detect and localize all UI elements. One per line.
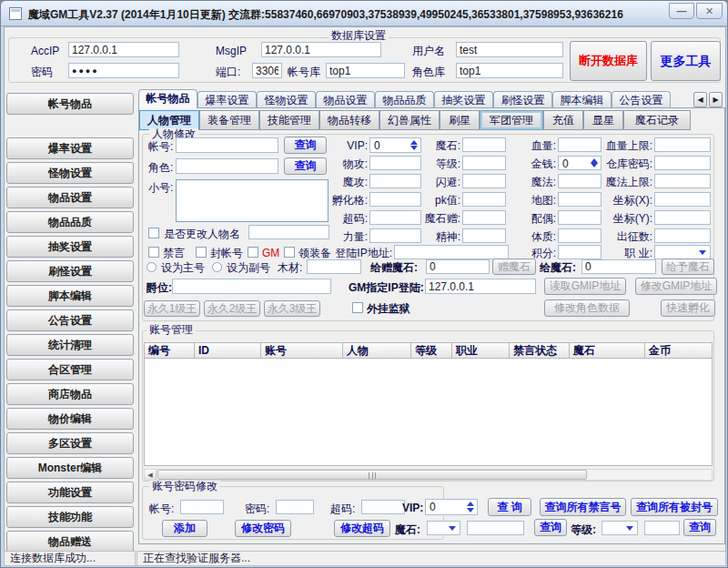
- tab-monster[interactable]: 怪物设置: [257, 91, 316, 108]
- sidebar-item-script[interactable]: 脚本编辑: [6, 285, 134, 307]
- tab-account-items[interactable]: 帐号物品: [138, 89, 197, 108]
- alt-textarea[interactable]: [176, 179, 329, 222]
- rename-checkbox[interactable]: [148, 228, 159, 238]
- level-filter-input[interactable]: [644, 521, 680, 535]
- col-ms[interactable]: 魔石: [570, 342, 645, 359]
- sidebar-item-skills[interactable]: 技能功能: [6, 506, 134, 528]
- tab-script[interactable]: 脚本编辑: [552, 91, 612, 108]
- sidebar-item-functions[interactable]: 功能设置: [6, 482, 134, 503]
- dodge-input[interactable]: [462, 174, 506, 188]
- tab2-equip-mgmt[interactable]: 装备管理: [199, 110, 259, 130]
- disconnect-db-button[interactable]: 断开数据库: [570, 41, 647, 81]
- grant-ms-button[interactable]: 给予魔石: [662, 259, 714, 275]
- level-query-button[interactable]: 查询: [683, 519, 716, 536]
- tab-spawn[interactable]: 刷怪设置: [493, 91, 552, 108]
- sidebar-item-price[interactable]: 物价编辑: [6, 408, 134, 430]
- spin-down-icon[interactable]: [467, 508, 474, 512]
- ms-filter-input[interactable]: [467, 521, 524, 535]
- col-account[interactable]: 账号: [261, 342, 343, 359]
- account-input[interactable]: [176, 137, 278, 153]
- account-db-input[interactable]: [326, 63, 405, 78]
- mute-checkbox[interactable]: [148, 247, 159, 258]
- pk-input[interactable]: [462, 192, 506, 207]
- tab2-recharge[interactable]: 充值: [543, 110, 583, 130]
- scroll-left-icon[interactable]: ◀: [145, 470, 157, 480]
- minimize-button[interactable]: —: [669, 3, 694, 19]
- tab-scroll-left-icon[interactable]: ◀: [693, 92, 707, 107]
- col-character[interactable]: 人物: [343, 342, 411, 359]
- query-all-banned-button[interactable]: 查询所有被封号: [631, 498, 718, 516]
- rank-input[interactable]: [172, 279, 331, 294]
- level-filter-dropdown[interactable]: [602, 521, 638, 535]
- col-level[interactable]: 等级: [411, 342, 452, 359]
- ban-checkbox[interactable]: [196, 247, 207, 258]
- level-input[interactable]: [462, 156, 506, 170]
- tab-droprate[interactable]: 爆率设置: [197, 91, 257, 108]
- spirit-input[interactable]: [462, 228, 506, 243]
- sidebar-item-shop[interactable]: 商店物品: [6, 383, 134, 405]
- role-db-input[interactable]: [456, 63, 563, 78]
- pwd-password-input[interactable]: [276, 500, 314, 514]
- mp-max-input[interactable]: [654, 174, 711, 188]
- sidebar-item-announce[interactable]: 公告设置: [6, 309, 134, 331]
- bottom-vip-spinner[interactable]: 0: [425, 499, 478, 515]
- tab-lottery[interactable]: 抽奖设置: [434, 91, 493, 108]
- coord-x-input[interactable]: [654, 192, 711, 207]
- tab2-pet-attr[interactable]: 幻兽属性: [379, 110, 440, 130]
- tab2-item-transfer[interactable]: 物品转移: [319, 110, 379, 130]
- username-input[interactable]: [456, 42, 563, 57]
- tab2-ms-record[interactable]: 魔石记录: [623, 110, 691, 130]
- login-ip-input[interactable]: [394, 245, 509, 259]
- hp-max-input[interactable]: [654, 137, 711, 152]
- col-id[interactable]: ID: [195, 342, 261, 359]
- tab2-show-star[interactable]: 显星: [583, 110, 623, 130]
- coord-y-input[interactable]: [654, 210, 711, 225]
- tab2-skill-mgmt[interactable]: 技能管理: [259, 110, 319, 130]
- role-input[interactable]: [176, 158, 278, 174]
- pwd-account-input[interactable]: [180, 500, 224, 514]
- ms-query-button[interactable]: 查询: [534, 519, 567, 536]
- king2-button[interactable]: 永久2级王: [204, 300, 260, 317]
- gmip-input[interactable]: [425, 279, 536, 294]
- col-job[interactable]: 职业: [452, 342, 510, 359]
- ms-filter-dropdown[interactable]: [427, 521, 460, 535]
- modify-password-button[interactable]: 修改密码: [235, 520, 291, 537]
- tab2-star[interactable]: 刷星: [440, 110, 480, 130]
- tab-item-quality[interactable]: 物品品质: [375, 91, 434, 108]
- set-sub-radio[interactable]: [212, 262, 222, 272]
- close-button[interactable]: ✕: [696, 3, 723, 19]
- hscroll-thumb[interactable]: [157, 470, 587, 480]
- sidebar-item-gift[interactable]: 物品赠送: [6, 531, 134, 553]
- read-gmip-button[interactable]: 读取GMIP地址: [544, 278, 626, 295]
- accip-input[interactable]: [68, 42, 179, 57]
- query-all-muted-button[interactable]: 查询所有禁言号: [540, 498, 626, 516]
- expedition-input[interactable]: [654, 228, 711, 243]
- sidebar-item-merge[interactable]: 合区管理: [6, 359, 134, 380]
- gear-checkbox[interactable]: [284, 247, 295, 258]
- job-dropdown[interactable]: [654, 245, 711, 259]
- give-ms-input[interactable]: [426, 259, 490, 274]
- port-input[interactable]: [252, 63, 282, 78]
- modify-gmip-button[interactable]: 修改GMIP地址: [635, 278, 717, 295]
- sidebar-item-item-settings[interactable]: 物品设置: [6, 187, 134, 208]
- sidebar-item-stats-clean[interactable]: 统计清理: [6, 334, 134, 356]
- pwd-supercode-input[interactable]: [361, 500, 405, 514]
- fast-hatch-button[interactable]: 快速孵化: [661, 299, 715, 317]
- modify-supercode-button[interactable]: 修改超码: [334, 520, 390, 537]
- sidebar-item-monster[interactable]: 怪物设置: [6, 162, 134, 184]
- king1-button[interactable]: 永久1级王: [144, 300, 200, 317]
- warehouse-pwd-input[interactable]: [654, 156, 711, 170]
- sidebar-item-account-items[interactable]: 帐号物品: [6, 93, 134, 115]
- give-ms2-input[interactable]: [581, 259, 656, 274]
- tab-scroll-right-icon[interactable]: ▶: [709, 92, 723, 107]
- ms-input[interactable]: [462, 137, 506, 152]
- col-number[interactable]: 编号: [144, 342, 195, 359]
- password-input[interactable]: [68, 63, 179, 78]
- king3-button[interactable]: 永久3级王: [264, 300, 320, 317]
- table-hscrollbar[interactable]: ◀: [144, 469, 713, 481]
- wood-input[interactable]: [307, 259, 361, 274]
- more-tools-button[interactable]: 更多工具: [651, 41, 721, 81]
- give-ms-button[interactable]: 赠魔石: [492, 259, 536, 275]
- sidebar-item-droprate[interactable]: 爆率设置: [6, 137, 134, 159]
- sidebar-item-lottery[interactable]: 抽奖设置: [6, 236, 134, 258]
